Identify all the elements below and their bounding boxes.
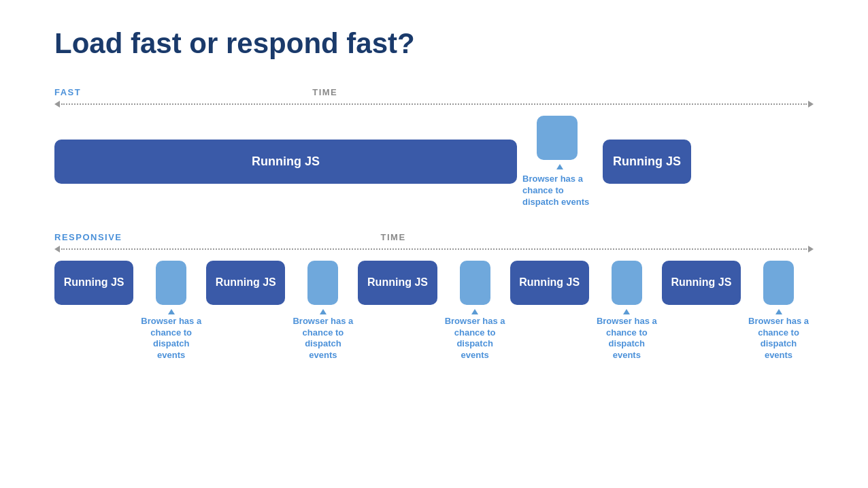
resp-arrow-up-5-icon [775,309,782,314]
resp-js-label-4: Running JS [519,276,580,289]
resp-gap-3: Browser has a chance to dispatch events [443,261,507,362]
responsive-section: RESPONSIVE TIME Running JS Browser has a… [54,232,814,362]
resp-label-row: RESPONSIVE TIME [54,232,814,242]
fast-running-js-block-1: Running JS [54,140,517,184]
resp-browser-label-5: Browser has a chance to dispatch events [746,316,811,362]
fast-blocks: Running JS Browser has a chance to dispa… [54,116,814,208]
page-title: Load fast or respond fast? [54,27,814,60]
fast-running-js-label-2: Running JS [613,154,681,169]
fast-browser-event-label: Browser has a chance to dispatch events [522,174,597,208]
resp-js-label-2: Running JS [216,276,276,289]
resp-running-js-1: Running JS [54,261,133,305]
resp-gap-4: Browser has a chance to dispatch events [595,261,659,362]
resp-running-js-3: Running JS [358,261,437,305]
resp-gap-5: Browser has a chance to dispatch events [746,261,811,362]
fast-section: FAST TIME Running JS Browser has a chanc… [54,87,814,208]
resp-arrow-up-2-icon [320,309,327,314]
resp-running-js-4: Running JS [510,261,589,305]
arrow-left-icon [54,101,60,108]
fast-running-js-label-1: Running JS [252,154,320,169]
resp-arrow-up-1-icon [168,309,175,314]
resp-arrow-up-4-icon [623,309,630,314]
resp-gap-block-2 [307,261,338,305]
resp-browser-label-2: Browser has a chance to dispatch events [290,316,355,362]
resp-dotted-line [61,248,807,250]
fast-timeline-arrow [54,101,814,108]
resp-gap-2: Browser has a chance to dispatch events [290,261,355,362]
fast-arrow-up-icon [556,164,563,169]
fast-gap-block [537,116,578,160]
resp-browser-label-3: Browser has a chance to dispatch events [443,316,507,362]
responsive-label: RESPONSIVE [54,232,122,242]
resp-browser-label-4: Browser has a chance to dispatch events [595,316,659,362]
fast-time-label: TIME [312,87,337,97]
resp-gap-block-1 [156,261,186,305]
fast-label: FAST [54,87,81,97]
resp-js-label-5: Running JS [671,276,731,289]
fast-label-row: FAST TIME [54,87,814,97]
resp-gap-1: Browser has a chance to dispatch events [139,261,203,362]
arrow-right-icon [808,101,814,108]
resp-arrow-left-icon [54,246,60,253]
resp-gap-block-5 [763,261,794,305]
resp-gap-block-3 [460,261,490,305]
resp-timeline-arrow [54,246,814,253]
resp-time-label: TIME [381,232,406,242]
resp-js-label-1: Running JS [64,276,124,289]
resp-js-label-3: Running JS [367,276,428,289]
resp-arrow-right-icon [808,246,814,253]
resp-browser-label-1: Browser has a chance to dispatch events [139,316,203,362]
resp-running-js-2: Running JS [206,261,285,305]
fast-gap-unit: Browser has a chance to dispatch events [522,116,597,208]
resp-gap-block-4 [612,261,642,305]
resp-blocks-row: Running JS Browser has a chance to dispa… [54,261,814,362]
fast-running-js-block-2: Running JS [603,140,691,184]
resp-arrow-up-3-icon [471,309,478,314]
dotted-line [61,103,807,105]
resp-running-js-5: Running JS [662,261,741,305]
